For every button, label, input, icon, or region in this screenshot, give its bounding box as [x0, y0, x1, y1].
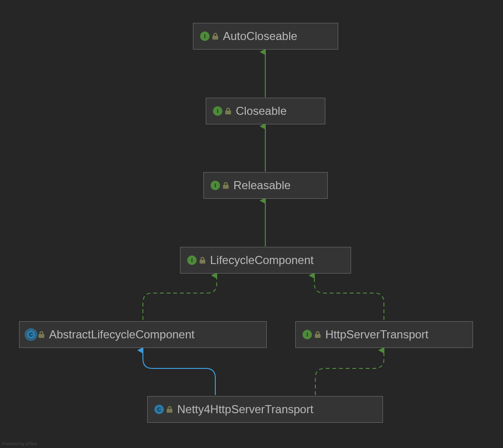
lock-icon: [225, 108, 231, 114]
node-label: HttpServerTransport: [325, 328, 429, 341]
class-icon: C: [154, 405, 164, 414]
node-label: LifecycleComponent: [210, 254, 313, 267]
node-label: Closeable: [236, 104, 287, 118]
interface-icon: I: [302, 330, 312, 339]
node-lifecyclecomponent[interactable]: I LifecycleComponent: [180, 247, 351, 274]
lock-icon: [315, 331, 321, 338]
lock-icon: [200, 257, 205, 264]
node-label: AbstractLifecycleComponent: [49, 328, 194, 341]
abstract-class-icon: C: [26, 330, 36, 339]
node-autocloseable[interactable]: I AutoCloseable: [193, 23, 338, 50]
node-label: Releasable: [233, 179, 291, 192]
attribution-text: Powered by yFiles: [2, 441, 37, 446]
node-httpservertransport[interactable]: I HttpServerTransport: [295, 321, 473, 348]
node-label: Netty4HttpServerTransport: [177, 403, 313, 416]
node-closeable[interactable]: I Closeable: [206, 98, 325, 124]
interface-icon: I: [200, 31, 210, 41]
node-netty4httpservertransport[interactable]: C Netty4HttpServerTransport: [147, 396, 383, 423]
lock-icon: [212, 33, 218, 40]
lock-icon: [167, 406, 172, 413]
edge-netty4-abstractlc: [143, 350, 215, 395]
node-releasable[interactable]: I Releasable: [203, 172, 328, 199]
edge-httpserver-lifecycle: [314, 275, 384, 320]
edge-abstractlc-lifecycle: [143, 275, 217, 320]
lock-icon: [39, 331, 44, 338]
interface-icon: I: [213, 106, 222, 116]
interface-icon: I: [187, 255, 197, 265]
node-abstractlifecyclecomponent[interactable]: C AbstractLifecycleComponent: [19, 321, 267, 348]
diagram-canvas: I AutoCloseable I Closeable I Releasable…: [0, 0, 503, 448]
edges-layer: [0, 0, 503, 448]
lock-icon: [223, 182, 229, 189]
edge-netty4-httpserver: [315, 350, 384, 395]
node-label: AutoCloseable: [223, 30, 297, 43]
interface-icon: I: [211, 181, 220, 190]
